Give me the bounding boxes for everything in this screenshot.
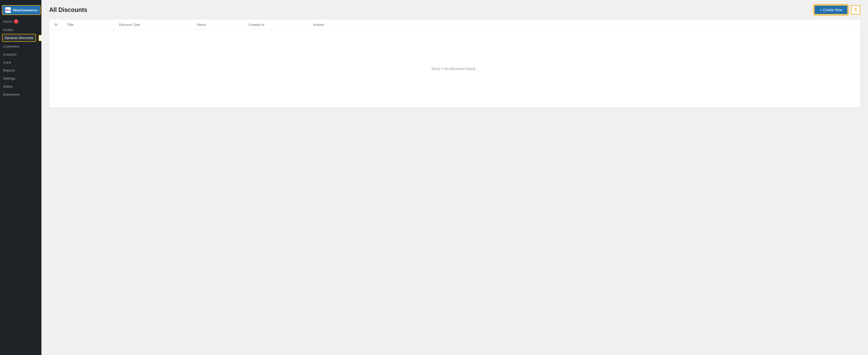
woo-logo: Woo [5, 7, 11, 13]
sidebar-item-reports-label: Reports [3, 68, 15, 72]
sidebar-item-home-label: Home [3, 20, 12, 24]
sidebar-item-status-label: Status [3, 84, 13, 88]
sidebar-item-orders-label: Orders [3, 28, 13, 32]
brand-label: WooCommerce [13, 8, 37, 12]
sidebar-item-coupons-label: Coupons [3, 52, 17, 56]
home-notification-badge: 4 [14, 19, 19, 24]
sidebar-item-carts-label: Carts [3, 61, 11, 64]
sidebar: Woo WooCommerce 1 Home 4 Orders Dynamic … [0, 0, 41, 355]
sidebar-item-customers[interactable]: Customers [0, 42, 41, 50]
page-header: All Discounts + Create New 3 [49, 5, 860, 14]
sidebar-item-home[interactable]: Home 4 [0, 17, 41, 26]
col-discount-type: Discount Type [119, 23, 197, 27]
sidebar-item-settings-label: Settings [3, 76, 15, 80]
col-title: Title [67, 23, 119, 27]
col-sl: Sl [54, 23, 67, 27]
header-right: + Create New 3 [814, 5, 860, 14]
sidebar-item-orders[interactable]: Orders [0, 26, 41, 34]
annotation-3-badge: 3 [851, 5, 860, 14]
sidebar-item-extensions[interactable]: Extensions [0, 91, 41, 99]
sidebar-nav: Home 4 Orders Dynamic Discounts 2 Custom… [0, 17, 41, 99]
sidebar-item-coupons[interactable]: Coupons [0, 50, 41, 59]
main-content: All Discounts + Create New 3 Sl Title Di… [41, 0, 868, 355]
col-status: Status [197, 23, 248, 27]
table-body: Sorry !! No discounts found... [49, 30, 860, 107]
sidebar-item-customers-label: Customers [3, 44, 20, 48]
table-header: Sl Title Discount Type Status Created At… [49, 20, 860, 30]
woocommerce-brand[interactable]: Woo WooCommerce [2, 5, 41, 15]
sidebar-item-status[interactable]: Status [0, 82, 41, 91]
col-created-at: Created At [248, 23, 313, 27]
sidebar-item-carts[interactable]: Carts [0, 59, 41, 66]
sidebar-item-dynamic-discounts[interactable]: Dynamic Discounts [2, 34, 36, 42]
sidebar-item-dynamic-discounts-label: Dynamic Discounts [5, 36, 33, 40]
sidebar-item-extensions-label: Extensions [3, 93, 20, 96]
page-title: All Discounts [49, 6, 87, 13]
sidebar-item-settings[interactable]: Settings [0, 74, 41, 82]
col-actions: Actions [313, 23, 365, 27]
empty-state-message: Sorry !! No discounts found... [431, 67, 478, 71]
create-new-button[interactable]: + Create New [814, 5, 848, 14]
sidebar-item-reports[interactable]: Reports [0, 66, 41, 74]
discounts-table-container: Sl Title Discount Type Status Created At… [49, 20, 860, 107]
